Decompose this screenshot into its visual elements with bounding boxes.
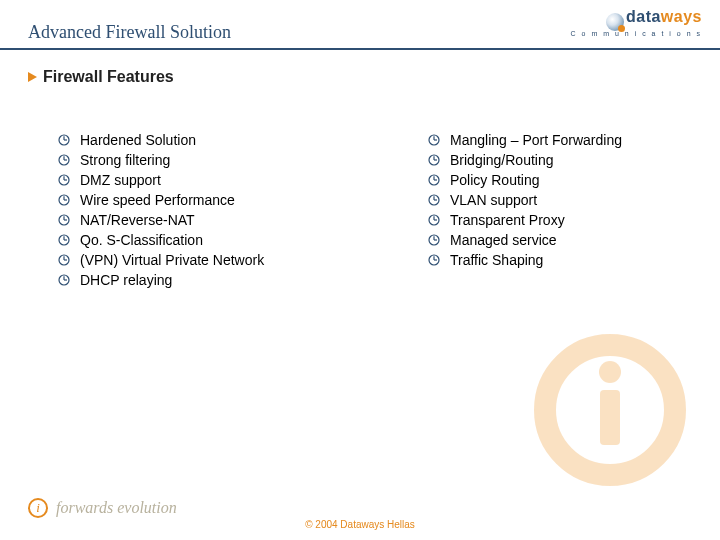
feature-list-right: Mangling – Port ForwardingBridging/Routi… [428,130,688,270]
list-item-label: DHCP relaying [80,270,172,290]
svg-point-46 [599,361,621,383]
svg-rect-47 [600,390,620,445]
footer-tagline: i forwards evolution [28,498,177,518]
section-heading: Firewall Features [28,68,174,86]
clock-bullet-icon [428,234,440,246]
list-item-label: Strong filtering [80,150,170,170]
clock-bullet-icon [58,254,70,266]
tagline-text: forwards evolution [56,499,177,517]
clock-bullet-icon [58,214,70,226]
svg-point-45 [545,345,675,475]
list-item: VLAN support [428,190,688,210]
feature-column-left: Hardened SolutionStrong filteringDMZ sup… [58,130,338,290]
list-item-label: Hardened Solution [80,130,196,150]
list-item-label: Transparent Proxy [450,210,565,230]
list-item: Bridging/Routing [428,150,688,170]
list-item-label: Bridging/Routing [450,150,554,170]
slide-title: Advanced Firewall Solution [28,22,702,43]
list-item: DMZ support [58,170,338,190]
list-item-label: (VPN) Virtual Private Network [80,250,264,270]
list-item: Policy Routing [428,170,688,190]
list-item: Hardened Solution [58,130,338,150]
clock-bullet-icon [428,174,440,186]
list-item-label: Wire speed Performance [80,190,235,210]
clock-bullet-icon [428,154,440,166]
clock-bullet-icon [58,194,70,206]
list-item: Transparent Proxy [428,210,688,230]
list-item-label: VLAN support [450,190,537,210]
title-divider [0,48,720,50]
list-item-label: Qo. S-Classification [80,230,203,250]
list-item-label: Policy Routing [450,170,540,190]
info-i-icon: i [28,498,48,518]
watermark-icon [530,330,690,490]
list-item-label: Mangling – Port Forwarding [450,130,622,150]
list-item: Qo. S-Classification [58,230,338,250]
list-item-label: Traffic Shaping [450,250,543,270]
clock-bullet-icon [428,134,440,146]
list-item-label: Managed service [450,230,557,250]
section-title: Firewall Features [43,68,174,86]
slide: dataways C o m m u n i c a t i o n s Adv… [0,0,720,540]
list-item: NAT/Reverse-NAT [58,210,338,230]
feature-column-right: Mangling – Port ForwardingBridging/Routi… [428,130,688,290]
list-item: (VPN) Virtual Private Network [58,250,338,270]
list-item-label: NAT/Reverse-NAT [80,210,195,230]
list-item-label: DMZ support [80,170,161,190]
feature-columns: Hardened SolutionStrong filteringDMZ sup… [58,130,690,290]
clock-bullet-icon [428,194,440,206]
feature-list-left: Hardened SolutionStrong filteringDMZ sup… [58,130,338,290]
clock-bullet-icon [428,214,440,226]
list-item: Traffic Shaping [428,250,688,270]
list-item: Wire speed Performance [58,190,338,210]
clock-bullet-icon [58,274,70,286]
list-item: Managed service [428,230,688,250]
clock-bullet-icon [428,254,440,266]
list-item: Mangling – Port Forwarding [428,130,688,150]
clock-bullet-icon [58,174,70,186]
list-item: DHCP relaying [58,270,338,290]
clock-bullet-icon [58,154,70,166]
arrow-right-icon [28,72,37,82]
list-item: Strong filtering [58,150,338,170]
clock-bullet-icon [58,234,70,246]
clock-bullet-icon [58,134,70,146]
copyright: © 2004 Dataways Hellas [0,519,720,530]
